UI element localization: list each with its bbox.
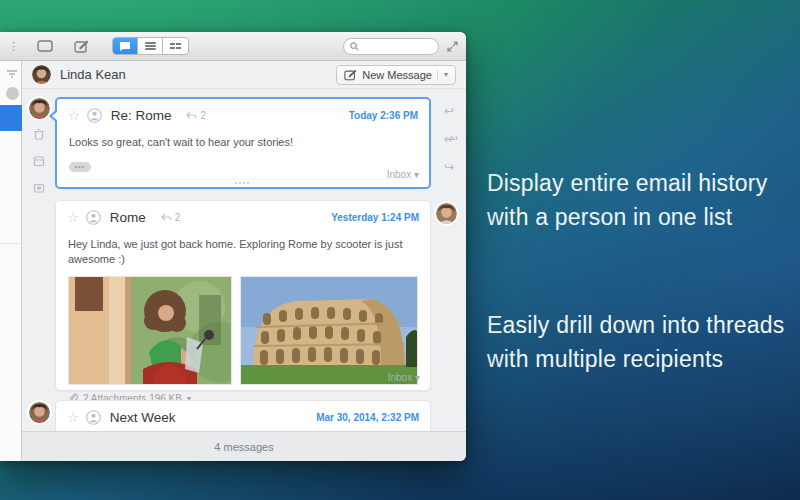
search-input[interactable] (363, 41, 432, 52)
view-grid-segment[interactable] (163, 38, 188, 54)
message-body: Hey Linda, we just got back home. Explor… (56, 229, 430, 267)
message-date: Yesterday 1:24 PM (331, 212, 419, 223)
contact-name: Linda Kean (60, 67, 126, 82)
new-message-button[interactable]: New Message ▾ (336, 65, 456, 85)
star-icon[interactable]: ☆ (67, 411, 79, 424)
view-switcher (112, 37, 189, 55)
marketing-line-1: Display entire email history with a pers… (487, 166, 787, 234)
quoted-text-toggle[interactable]: ••• (69, 162, 91, 172)
main-area: 2:36 PM Linda Kean New Message ▾ (0, 61, 466, 461)
photo-scooter-woman[interactable] (68, 276, 232, 385)
conversation-pane: Linda Kean New Message ▾ (22, 61, 466, 461)
fullscreen-expand-icon (447, 41, 458, 52)
message-card[interactable]: ☆ Next Week Mar 30, 2014, 2:32 PM (55, 400, 431, 431)
message-date: Today 2:36 PM (349, 110, 418, 121)
drag-handle[interactable] (235, 182, 251, 184)
folder-dropdown[interactable]: Inbox ▾ (388, 372, 420, 383)
message-subject: Re: Rome (111, 108, 172, 123)
marketing-line-2: Easily drill down into threads with mult… (487, 308, 787, 376)
forward-icon[interactable]: ↪ (444, 161, 454, 173)
list-row-divider (0, 243, 22, 244)
person-icon (86, 210, 101, 225)
list-avatar-placeholder (6, 87, 19, 100)
new-message-label: New Message (362, 69, 432, 81)
star-icon[interactable]: ☆ (67, 211, 79, 224)
archive-icon[interactable] (33, 155, 45, 167)
compose-button[interactable] (68, 38, 94, 55)
message-header: ☆ Re: Rome 2 Today 2:36 PM (57, 99, 429, 127)
trash-icon[interactable] (33, 128, 45, 140)
conversation-bubble-icon (119, 41, 131, 51)
window-mode-button[interactable] (32, 38, 58, 55)
message-list-sliver: 2:36 PM (0, 61, 22, 461)
folder-dropdown[interactable]: Inbox ▾ (387, 169, 419, 180)
search-field[interactable] (343, 38, 439, 55)
message-subject: Next Week (110, 410, 176, 425)
view-list-segment[interactable] (138, 38, 163, 54)
search-icon (350, 42, 359, 51)
filter-icon[interactable] (7, 70, 17, 79)
message-header: ☆ Next Week Mar 30, 2014, 2:32 PM (56, 401, 430, 429)
conversation-header: Linda Kean New Message ▾ (22, 61, 466, 89)
attachment-previews (56, 267, 430, 385)
message-card[interactable]: ☆ Re: Rome 2 Today 2:36 PM Looks so grea… (55, 97, 431, 189)
new-message-chevron-icon[interactable]: ▾ (437, 70, 448, 79)
list-icon (145, 41, 156, 51)
person-icon (87, 108, 102, 123)
message-header: ☆ Rome 2 Yesterday 1:24 PM (56, 201, 430, 229)
compose-icon (74, 40, 89, 53)
message-body: Looks so great, can't wait to hear your … (57, 127, 429, 150)
message-count-bar: 4 messages (22, 431, 466, 461)
window-icon (37, 40, 53, 52)
photo-colosseum[interactable] (240, 276, 418, 385)
view-conversation-segment[interactable] (113, 38, 138, 54)
person-icon (86, 410, 101, 425)
thread-count[interactable]: 2 (186, 110, 206, 121)
fullscreen-button[interactable] (447, 41, 458, 52)
thread-count[interactable]: 2 (161, 212, 181, 223)
toolbar: ⋮ (0, 32, 466, 61)
contact-avatar (32, 65, 51, 84)
message-date: Mar 30, 2014, 2:32 PM (316, 412, 419, 423)
reply-all-icon[interactable]: ↩↩ (444, 133, 452, 145)
thread-count-icon (186, 111, 197, 120)
selected-list-row[interactable]: 2:36 PM (0, 105, 22, 131)
desktop: Display entire email history with a pers… (0, 0, 800, 500)
folder-icon[interactable] (33, 182, 45, 194)
sender-avatar (436, 203, 457, 224)
thread-count-icon (161, 213, 172, 222)
selection-tail (49, 109, 57, 123)
app-window: ⋮ (0, 32, 466, 461)
marketing-copy: Display entire email history with a pers… (487, 166, 787, 376)
sender-avatar (29, 98, 50, 119)
star-icon[interactable]: ☆ (68, 109, 80, 122)
reply-icon[interactable]: ↩ (444, 105, 454, 117)
sender-avatar (29, 402, 50, 423)
column-grip-icon[interactable]: ⋮ (8, 40, 18, 53)
new-message-compose-icon (344, 69, 357, 81)
grid-icon (170, 43, 182, 49)
message-card[interactable]: ☆ Rome 2 Yesterday 1:24 PM Hey Linda, we… (55, 200, 431, 391)
conversation-scroll[interactable]: ↩ ↩↩ ↪ ☆ Re: Rome (22, 89, 466, 431)
message-count: 4 messages (214, 441, 273, 453)
message-subject: Rome (110, 210, 146, 225)
